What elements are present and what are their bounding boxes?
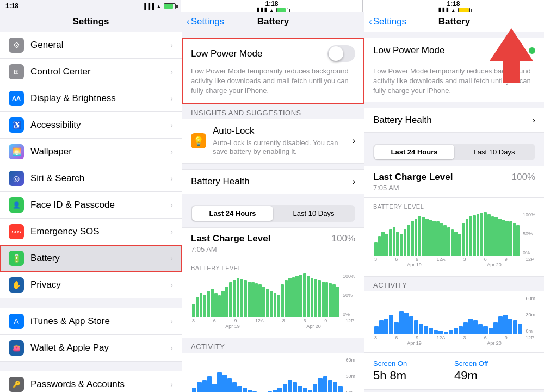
chevron-icon: ›	[170, 281, 173, 289]
settings-panel: Settings ⚙ General › ⊞ Control Center › …	[0, 12, 182, 392]
sidebar-item-display[interactable]: AA Display & Brightness ›	[0, 85, 182, 112]
bar	[399, 311, 404, 334]
privacy-label: Privacy	[30, 279, 170, 290]
bar	[454, 328, 458, 334]
p3-segment-24h[interactable]: Last 24 Hours	[374, 145, 454, 159]
general-label: General	[30, 40, 170, 51]
control-center-label: Control Center	[30, 66, 170, 77]
segment-10d-2[interactable]: Last 10 Days	[273, 206, 354, 221]
sidebar-item-general[interactable]: ⚙ General ›	[0, 32, 182, 59]
bar	[258, 284, 262, 317]
p3-charge-pct: 100%	[512, 172, 535, 183]
sidebar-item-passwords[interactable]: 🔑 Passwords & Accounts ›	[0, 371, 182, 392]
settings-list: ⚙ General › ⊞ Control Center › AA Displa…	[0, 32, 182, 392]
charge-pct-2: 100%	[332, 233, 355, 244]
screen-off-label: Screen Off	[454, 359, 535, 368]
bar	[389, 229, 392, 256]
sidebar-item-accessibility[interactable]: ♿ Accessibility ›	[0, 112, 182, 139]
back-chevron-3: ‹	[369, 16, 372, 27]
signal-icon-1: ▐▐▐	[143, 3, 154, 9]
bar	[196, 297, 199, 317]
bar	[454, 232, 458, 256]
bar	[295, 276, 299, 317]
chevron-icon: ›	[170, 174, 173, 183]
activity-bar-chart-2	[191, 357, 343, 392]
bar	[484, 212, 487, 256]
lpm-label: Low Power Mode	[191, 48, 262, 59]
bar	[425, 219, 429, 256]
battery-health-chevron: ›	[353, 177, 355, 186]
p3-segment-wrap: Last 24 Hours Last 10 Days	[364, 138, 544, 166]
bar	[277, 295, 280, 317]
bar	[217, 372, 221, 392]
lpm-row: Low Power Mode	[191, 45, 355, 62]
bar	[233, 280, 236, 317]
chevron-icon: ›	[170, 67, 173, 76]
wifi-icon-2: ▲	[269, 8, 274, 12]
settings-header: Settings	[0, 12, 182, 32]
battery-title-3: Battery	[438, 16, 471, 27]
p3-segment-10d[interactable]: Last 10 Days	[454, 145, 534, 159]
bar	[483, 326, 487, 334]
auto-lock-title: Auto-Lock	[213, 126, 353, 136]
wifi-icon-3: ▲	[450, 8, 456, 12]
p3-activity-bar-chart	[373, 296, 523, 334]
bar	[328, 380, 332, 392]
sidebar-item-siri[interactable]: ◎ Siri & Search ›	[0, 165, 182, 192]
p3-charge-time: 7:05 AM	[373, 184, 453, 192]
bar	[283, 384, 287, 392]
bar	[212, 384, 217, 392]
bar	[480, 213, 483, 255]
sidebar-item-wallpaper[interactable]: 🌅 Wallpaper ›	[0, 139, 182, 165]
p3-x-labels-act: 36912A36912P	[373, 334, 535, 340]
bar	[207, 291, 210, 317]
screen-on-col: Screen On 5h 8m	[373, 359, 454, 383]
bar	[473, 215, 476, 256]
sidebar-item-wallet[interactable]: 👛 Wallet & Apple Pay ›	[0, 335, 182, 362]
settings-title: Settings	[9, 16, 173, 27]
p3-activity-section: 60m30m0m 36912A36912P Apr 19Apr 20	[364, 291, 544, 352]
segment-24h-2[interactable]: Last 24 Hours	[192, 206, 273, 221]
sidebar-item-privacy[interactable]: ✋ Privacy ›	[0, 272, 182, 298]
bar	[227, 378, 232, 392]
sidebar-item-control-center[interactable]: ⊞ Control Center ›	[0, 59, 182, 85]
bar	[293, 382, 297, 392]
sidebar-item-battery[interactable]: 🔋 Battery ›	[0, 245, 182, 272]
sidebar-item-faceid[interactable]: 👤 Face ID & Passcode ›	[0, 192, 182, 219]
bar	[333, 382, 337, 392]
lpm-toggle[interactable]	[327, 45, 355, 62]
bar	[404, 313, 409, 334]
bar	[222, 375, 227, 392]
sidebar-item-emergency[interactable]: SOS Emergency SOS ›	[0, 219, 182, 245]
usage-header: BATTERY USAGE BY APP SHOW ACTIVITY	[364, 390, 544, 392]
charge-title-2: Last Charge Level	[191, 233, 270, 244]
wallet-icon: 👛	[9, 340, 24, 356]
bar	[429, 220, 432, 256]
bar	[502, 220, 505, 256]
bar	[489, 328, 493, 334]
bar	[459, 326, 463, 334]
back-button-3[interactable]: ‹ Settings	[369, 16, 406, 27]
bar	[336, 287, 339, 317]
bar	[444, 332, 448, 334]
bar	[274, 293, 277, 317]
p3-lpm-label: Low Power Mode	[373, 45, 444, 56]
sidebar-item-itunes[interactable]: A iTunes & App Store ›	[0, 308, 182, 335]
p3-battery-health-row[interactable]: Battery Health ›	[364, 108, 544, 133]
back-button-2[interactable]: ‹ Settings	[187, 16, 224, 27]
chevron-icon: ›	[170, 344, 173, 352]
bar	[266, 289, 269, 317]
signal-icon-2: ▐▐▐	[255, 8, 267, 12]
chevron-icon: ›	[170, 254, 173, 263]
auto-lock-item[interactable]: 💡 Auto-Lock Auto-Lock is currently disab…	[182, 119, 364, 164]
bar	[207, 376, 212, 392]
p3-battery-health-chevron: ›	[533, 115, 535, 125]
bar	[477, 214, 480, 256]
bar	[498, 219, 502, 256]
bar	[244, 280, 247, 317]
p3-charge-info: Last Charge Level 7:05 AM	[373, 172, 453, 192]
siri-icon: ◎	[9, 171, 24, 186]
battery-health-row[interactable]: Battery Health ›	[182, 169, 364, 194]
itunes-label: iTunes & App Store	[30, 316, 170, 327]
battery-settings-icon: 🔋	[9, 251, 24, 266]
